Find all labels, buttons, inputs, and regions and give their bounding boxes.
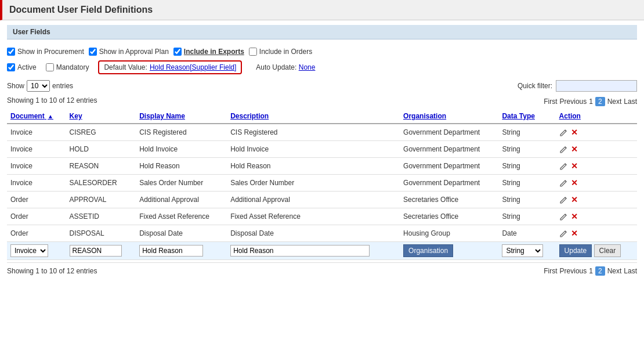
edit-description-input[interactable] xyxy=(230,245,370,257)
show-in-procurement-filter[interactable]: Show in Procurement xyxy=(7,48,84,56)
previous-page-bottom[interactable]: Previous xyxy=(560,267,587,275)
cell-document: Invoice xyxy=(7,175,66,192)
last-page-bottom[interactable]: Last xyxy=(624,267,637,275)
page2-bottom[interactable]: 2 xyxy=(595,266,605,276)
delete-icon[interactable]: ✕ xyxy=(571,178,578,187)
include-in-orders-filter[interactable]: Include in Orders xyxy=(249,48,312,56)
cell-key: SALESORDER xyxy=(66,175,136,192)
update-button[interactable]: Update xyxy=(559,244,592,257)
col-data-type[interactable]: Data Type xyxy=(498,109,555,124)
cell-description: Hold Reason xyxy=(227,158,400,175)
edit-data-type-cell: String Date Number Boolean xyxy=(498,242,555,260)
page1-top[interactable]: 1 xyxy=(589,98,593,106)
quick-filter-area: Quick filter: xyxy=(518,80,637,92)
edit-action-cell: Update Clear xyxy=(556,242,637,260)
cell-description: Fixed Asset Reference xyxy=(227,208,400,225)
entries-select[interactable]: 10 25 50 xyxy=(27,80,50,92)
auto-update-link[interactable]: None xyxy=(299,63,316,71)
cell-data-type: String xyxy=(498,208,555,225)
cell-display-name: Hold Invoice xyxy=(136,141,227,158)
show-in-approval-plan-filter[interactable]: Show in Approval Plan xyxy=(89,48,169,56)
show-in-procurement-checkbox[interactable] xyxy=(7,48,15,56)
mandatory-filter[interactable]: Mandatory xyxy=(46,63,89,71)
cell-display-name: Sales Order Number xyxy=(136,175,227,192)
showing-text-bottom: Showing 1 to 10 of 12 entries xyxy=(7,267,97,275)
include-in-exports-checkbox[interactable] xyxy=(173,48,182,56)
active-label: Active xyxy=(17,63,37,71)
edit-display-name-cell xyxy=(136,242,227,260)
previous-page-top[interactable]: Previous xyxy=(560,98,587,106)
cell-data-type: String xyxy=(498,175,555,192)
cell-document: Order xyxy=(7,192,66,208)
cell-data-type: String xyxy=(498,192,555,208)
cell-action: ✕ xyxy=(556,124,637,141)
edit-icon[interactable] xyxy=(559,229,569,238)
cell-display-name: Disposal Date xyxy=(136,225,227,242)
include-in-exports-filter[interactable]: Include in Exports xyxy=(173,48,244,56)
edit-key-input[interactable] xyxy=(70,245,122,257)
cell-key: APPROVAL xyxy=(66,192,136,208)
clear-button[interactable]: Clear xyxy=(594,244,621,257)
delete-icon[interactable]: ✕ xyxy=(571,161,578,171)
edit-icon[interactable] xyxy=(559,161,569,171)
cell-data-type: String xyxy=(498,158,555,175)
quick-filter-input[interactable] xyxy=(556,80,637,92)
col-organisation[interactable]: Organisation xyxy=(400,109,498,124)
cell-description: Hold Invoice xyxy=(227,141,400,158)
delete-icon[interactable]: ✕ xyxy=(571,229,578,238)
show-in-approval-plan-checkbox[interactable] xyxy=(89,48,97,56)
edit-icon[interactable] xyxy=(559,145,569,154)
include-in-exports-label: Include in Exports xyxy=(184,48,244,56)
edit-icon[interactable] xyxy=(559,195,569,204)
delete-icon[interactable]: ✕ xyxy=(571,195,578,204)
col-document[interactable]: Document ▲ xyxy=(7,109,66,124)
first-page-bottom[interactable]: First xyxy=(544,267,557,275)
cell-organisation: Housing Group xyxy=(400,225,498,242)
active-checkbox[interactable] xyxy=(7,63,15,71)
cell-data-type: Date xyxy=(498,225,555,242)
cell-action: ✕ xyxy=(556,158,637,175)
delete-icon[interactable]: ✕ xyxy=(571,212,578,221)
showing-text-top: Showing 1 to 10 of 12 entries xyxy=(7,95,97,106)
cell-action: ✕ xyxy=(556,175,637,192)
edit-icon[interactable] xyxy=(559,212,569,221)
cell-organisation: Government Department xyxy=(400,158,498,175)
edit-icon[interactable] xyxy=(559,128,569,137)
page1-bottom[interactable]: 1 xyxy=(589,267,593,275)
show-entries: Show 10 25 50 entries xyxy=(7,80,73,92)
mandatory-label: Mandatory xyxy=(56,63,89,71)
page-title: Document User Field Definitions xyxy=(9,5,153,15)
cell-key: REASON xyxy=(66,158,136,175)
sort-arrow-document: ▲ xyxy=(48,113,53,120)
next-page-top[interactable]: Next xyxy=(607,98,622,106)
cell-action: ✕ xyxy=(556,192,637,208)
col-description[interactable]: Description xyxy=(227,109,400,124)
cell-display-name: Hold Reason xyxy=(136,158,227,175)
page2-top[interactable]: 2 xyxy=(595,97,605,106)
delete-icon[interactable]: ✕ xyxy=(571,145,578,154)
col-display-name[interactable]: Display Name xyxy=(136,109,227,124)
edit-document-select[interactable]: Invoice Order xyxy=(10,244,48,257)
include-in-orders-label: Include in Orders xyxy=(259,48,312,56)
show-in-approval-plan-label: Show in Approval Plan xyxy=(99,48,169,56)
pagination-top: First Previous 1 2 Next Last xyxy=(544,97,637,106)
active-filter[interactable]: Active xyxy=(7,63,37,71)
cell-key: ASSETID xyxy=(66,208,136,225)
edit-data-type-select[interactable]: String Date Number Boolean xyxy=(502,244,543,257)
default-value-link[interactable]: Hold Reason[Supplier Field] xyxy=(150,63,236,71)
organisation-button[interactable]: Organisation xyxy=(403,244,453,257)
table-row: Order ASSETID Fixed Asset Reference Fixe… xyxy=(7,208,637,225)
mandatory-checkbox[interactable] xyxy=(46,63,54,71)
footer-area: Showing 1 to 10 of 12 entries First Prev… xyxy=(7,262,637,279)
first-page-top[interactable]: First xyxy=(544,98,557,106)
cell-key: HOLD xyxy=(66,141,136,158)
include-in-orders-checkbox[interactable] xyxy=(249,48,257,56)
edit-icon[interactable] xyxy=(559,178,569,187)
auto-update: Auto Update: None xyxy=(256,63,315,71)
next-page-bottom[interactable]: Next xyxy=(607,267,622,275)
last-page-top[interactable]: Last xyxy=(624,98,637,106)
edit-display-name-input[interactable] xyxy=(139,245,203,257)
col-key[interactable]: Key xyxy=(66,109,136,124)
main-table: Document ▲ Key Display Name Description … xyxy=(7,109,637,260)
delete-icon[interactable]: ✕ xyxy=(571,128,578,137)
